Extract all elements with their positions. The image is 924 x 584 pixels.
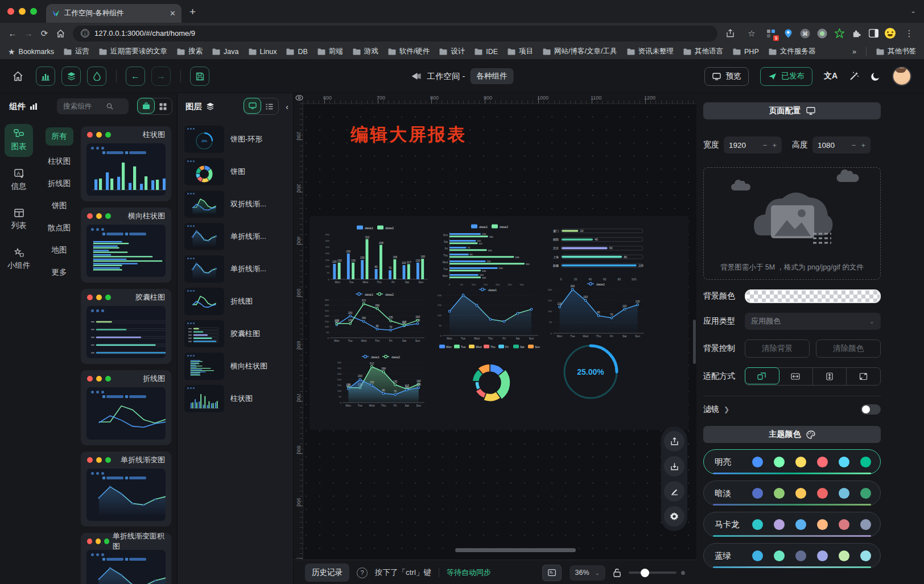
widget-single-line-gradient-chart[interactable]: data1050100150200MonTueWedThuFriSatSun [434,285,543,342]
bookmark-star-icon[interactable]: ☆ [744,26,760,42]
extension-command-icon[interactable]: ⌘ [799,28,811,39]
vertical-scrollbar[interactable] [693,320,696,364]
share-icon[interactable] [722,26,738,42]
zoom-slider-knob[interactable] [641,569,649,577]
category-更多[interactable]: 更多 [48,266,71,279]
bookmark-设计[interactable]: 设计 [439,47,465,56]
preview-button[interactable]: 预览 [704,67,749,86]
layer-item-胶囊柱图[interactable]: 胶囊柱图 [184,320,288,347]
widget-single-line-area-chart[interactable]: data1050100150200MonTueWedThuFriSatSun12… [544,280,649,340]
browser-menu-kebab-icon[interactable]: ⋮ [901,26,917,42]
width-minus-button[interactable]: − [763,141,768,150]
bookmark-网站/博客/文章/工具[interactable]: 网站/博客/文章/工具 [543,47,617,56]
nav-rail-item-小组件[interactable]: 小组件 [5,243,33,276]
fit-height-option[interactable] [813,368,847,385]
redo-button[interactable]: → [151,67,171,86]
filter-expand-chevron-icon[interactable]: ❯ [724,405,729,413]
category-所有[interactable]: 所有 [46,127,73,146]
height-plus-button[interactable]: + [861,141,865,150]
widget-rose-pie-chart[interactable]: MonTueWedThuFriSatSun [436,342,544,414]
extension-star-icon[interactable] [834,28,845,39]
console-panel-icon[interactable] [542,565,562,581]
back-icon[interactable]: ← [5,26,20,42]
layer-item-双折线渐...[interactable]: 双折线渐... [184,190,288,218]
bookmark-项目[interactable]: 项目 [508,47,533,56]
other-bookmarks[interactable]: 其他书签 [876,47,916,56]
tab-search-chevron-icon[interactable]: ⌄ [910,7,916,15]
background-color-swatch[interactable] [745,289,881,303]
layer-item-横向柱状图[interactable]: 横向柱状图 [184,353,288,380]
component-card-柱状图[interactable]: 柱状图 [81,126,171,201]
clear-background-button[interactable]: 清除背景 [745,339,810,358]
category-折线图[interactable]: 折线图 [44,177,75,190]
layer-item-单折线渐...[interactable]: 单折线渐... [184,255,288,283]
category-地图[interactable]: 地图 [48,244,71,256]
extension-circle-icon[interactable] [816,28,828,39]
component-card-横向柱状图[interactable]: 横向柱状图 [81,208,171,283]
window-controls[interactable] [7,8,37,15]
unlock-icon[interactable] [613,568,621,577]
height-minus-button[interactable]: − [852,141,856,150]
collapse-panel-chevron-icon[interactable]: ‹ [286,102,288,111]
horizontal-scrollbar[interactable] [455,548,576,552]
zoom-slider[interactable] [629,571,676,574]
widget-capsule-chart[interactable]: 厦门20南阳40北京60上海80新疆100020406080100 [546,225,647,282]
component-search[interactable] [57,98,129,114]
clear-color-button[interactable]: 清除颜色 [816,339,881,358]
save-button[interactable] [190,67,209,86]
widget-dual-line-chart[interactable]: data1data2050100150200250300350MonTueWed… [321,290,429,345]
height-input[interactable]: 1080 −+ [812,136,871,154]
theme-row-暗淡[interactable]: 暗淡 [703,481,881,506]
layer-item-饼图[interactable]: 饼图 [184,158,288,185]
layer-item-折线图[interactable]: 折线图 [184,288,288,315]
browser-tab[interactable]: 工作空间-各种组件 ✕ [46,4,182,23]
bookmark-Java[interactable]: Java [212,48,238,56]
layers-toggle-button[interactable] [61,67,81,86]
history-button[interactable]: 历史记录 [305,564,349,582]
widget-ring-progress-chart[interactable]: 25.00% [559,336,622,408]
forward-icon[interactable]: → [20,26,36,42]
nav-rail-item-信息[interactable]: A信息 [5,164,33,197]
theme-drop-button[interactable] [87,67,106,86]
export-icon[interactable] [664,431,684,452]
theme-row-马卡龙[interactable]: 马卡龙 [703,512,881,537]
apply-type-select[interactable]: 应用颜色 ⌄ [745,313,881,330]
bookmark-搜索[interactable]: 搜索 [177,47,203,56]
zoom-select[interactable]: 36% ⌄ [570,565,605,581]
site-info-icon[interactable]: ⓘ [81,29,89,38]
widget-horizontal-bar-chart[interactable]: data1data2Sun130160Sat110117Fri70155Thu8… [436,222,543,287]
fit-stretch-option[interactable] [847,368,880,385]
category-柱状图[interactable]: 柱状图 [44,155,75,168]
profile-avatar-icon[interactable] [885,28,896,39]
view-grid-toggle[interactable] [154,98,172,114]
address-bar[interactable]: ⓘ 127.0.0.1:3000/#/chart/home/9 [73,26,717,42]
magic-wand-icon[interactable] [849,71,859,81]
view-box-toggle[interactable] [137,98,155,114]
reload-icon[interactable]: ⟳ [36,26,52,42]
minimize-window-icon[interactable] [19,8,26,15]
layers-list-toggle[interactable] [261,98,278,114]
fit-scale-option[interactable] [745,367,779,384]
widget-dual-line-gradient-chart[interactable]: data1data2050100150200250300350MonTueWed… [333,353,429,409]
browser-home-icon[interactable] [52,26,68,42]
language-icon[interactable]: 文A [824,71,838,81]
undo-button[interactable]: ← [126,67,145,86]
nav-rail-item-图表[interactable]: 图表 [5,124,33,157]
layers-thumbnail-toggle[interactable] [244,98,261,114]
user-avatar[interactable] [892,67,911,86]
close-window-icon[interactable] [7,8,14,15]
workspace-badge[interactable]: 各种组件 [470,68,513,84]
fit-width-option[interactable] [779,368,813,385]
sidebar-toggle-icon[interactable] [868,28,879,39]
bookmark-游戏[interactable]: 游戏 [353,47,378,56]
filter-toggle[interactable] [861,404,881,415]
theme-row-蓝绿[interactable]: 蓝绿 [703,543,881,568]
layer-item-柱状图[interactable]: 柱状图 [184,385,288,412]
eye-icon[interactable] [295,94,303,101]
category-饼图[interactable]: 饼图 [48,200,71,212]
bookmark-文件服务器[interactable]: 文件服务器 [769,47,816,56]
dashboard-artboard[interactable]: data1data2050100150200250300350120130Mon… [310,216,688,430]
bookmark-其他语言[interactable]: 其他语言 [683,47,723,56]
widget-bar-chart[interactable]: data1data2050100150200250300350120130Mon… [321,223,429,287]
publish-button[interactable]: 已发布 [760,67,812,86]
